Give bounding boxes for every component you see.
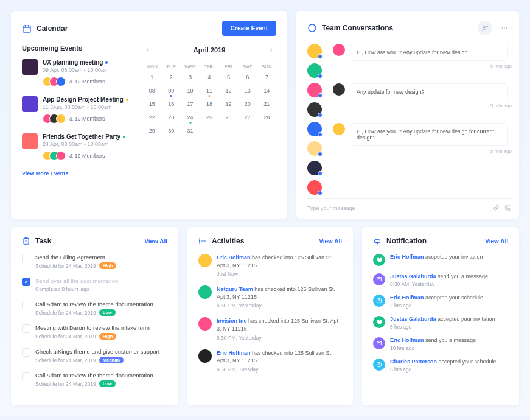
message-group: Hi, How are you..? Any update for new de… (333, 44, 512, 75)
notification-time: 2 hrs ago (390, 303, 483, 309)
event-item[interactable]: Friends Get Together Party 24 Apr, 08:00… (22, 133, 129, 161)
calendar-prev[interactable] (142, 44, 153, 55)
conversation-avatar[interactable] (307, 180, 322, 195)
dow-cell: TUE (161, 64, 180, 69)
day-cell[interactable]: 27 (238, 113, 257, 122)
upcoming-events: Upcomeing Events UX planning meeting 09 … (22, 44, 129, 177)
day-cell[interactable]: 13 (238, 86, 257, 95)
avatar (56, 77, 66, 86)
task-row: Meeting with Daron to review the intake … (22, 324, 167, 340)
day-cell[interactable]: 28 (257, 113, 276, 122)
task-view-all[interactable]: View All (144, 238, 167, 245)
day-cell[interactable]: 12 (219, 86, 238, 95)
event-item[interactable]: App Design Project Meeting 11 JApr, 08:0… (22, 96, 129, 124)
message-input[interactable] (307, 205, 487, 211)
avatar (56, 114, 66, 124)
day-cell[interactable]: 09 (161, 86, 180, 95)
notification-time: 5 hrs ago (390, 324, 495, 330)
activities-view-all[interactable]: View All (319, 238, 342, 245)
conversation-avatar[interactable] (307, 122, 322, 136)
member-count: & 12 Members (69, 153, 105, 159)
svg-point-3 (502, 27, 503, 29)
bell-icon (373, 237, 382, 245)
conversation-avatar[interactable] (307, 44, 322, 58)
conversation-avatar[interactable] (307, 141, 322, 156)
event-item[interactable]: UX planning meeting 09 Apr, 08:00am - 10… (22, 59, 129, 86)
activity-row: Netguru Team has checked into 125 Sulliv… (198, 285, 342, 309)
day-cell[interactable]: 11 (200, 86, 218, 95)
day-cell[interactable]: 1 (142, 73, 161, 82)
member-count: & 12 Members (69, 116, 105, 122)
day-cell[interactable]: 2 (161, 73, 180, 82)
notification-card: Notification View All Eric Holfman accpe… (362, 227, 519, 405)
day-cell[interactable]: 31 (181, 127, 200, 135)
day-cell[interactable]: 5 (219, 73, 238, 82)
conversation-avatar[interactable] (307, 63, 322, 78)
notification-view-all[interactable]: View All (485, 238, 508, 245)
view-more-events[interactable]: View More Events (22, 170, 129, 177)
activity-avatar (198, 254, 212, 267)
day-cell[interactable]: 17 (181, 100, 200, 108)
list-icon (198, 237, 207, 245)
attach-icon[interactable] (492, 204, 500, 212)
dow-cell: FRI (219, 64, 238, 69)
day-cell[interactable]: 15 (142, 100, 161, 108)
activity-avatar (198, 285, 212, 299)
task-title: Send over all the documentation. (35, 278, 120, 284)
conversation-avatar[interactable] (307, 83, 322, 97)
more-icon[interactable] (497, 21, 512, 35)
conversation-avatar[interactable] (307, 102, 322, 117)
task-checkbox[interactable] (22, 348, 30, 357)
conversation-thread: Hi, How are you..? Any update for new de… (333, 44, 512, 195)
day-cell[interactable]: 7 (257, 73, 276, 82)
day-cell[interactable]: 10 (181, 86, 200, 95)
dow-cell: THU (200, 64, 218, 69)
day-cell[interactable]: 4 (200, 73, 218, 82)
activities-title-text: Activities (212, 237, 244, 245)
day-cell[interactable]: 3 (181, 73, 200, 82)
dow-cell: SUN (257, 64, 276, 69)
task-checkbox[interactable] (22, 254, 30, 262)
day-cell[interactable]: 26 (219, 113, 238, 122)
conversations-title: Team Conversations (307, 23, 393, 33)
day-cell[interactable]: 29 (142, 127, 161, 135)
day-cell[interactable]: 25 (200, 113, 218, 122)
message-bubble: Hi, How are you..? Any update for new de… (350, 44, 508, 61)
conversation-avatar[interactable] (307, 161, 322, 175)
task-checkbox[interactable] (22, 324, 30, 333)
conversations-title-text: Team Conversations (322, 24, 393, 32)
task-title: Task (22, 237, 51, 245)
member-count: & 12 Members (69, 79, 105, 85)
notification-row: Eric Holfman accepted your schedule 2 hr… (373, 295, 508, 309)
image-icon[interactable] (504, 204, 512, 212)
notification-row: Eric Holfman accpeted your invitation (373, 254, 508, 266)
task-subtitle: Schedule for 24 Mar, 2019 Medium (35, 357, 159, 363)
task-checkbox[interactable] (22, 278, 30, 286)
notification-time: 5 hrs ago (390, 366, 497, 373)
create-event-button[interactable]: Create Event (222, 21, 276, 36)
task-subtitle: Schedule for 24 Mar, 2019 High (35, 262, 116, 269)
day-cell[interactable]: 19 (219, 100, 238, 108)
day-cell[interactable]: 24 (181, 113, 200, 122)
task-checkbox[interactable] (22, 301, 30, 309)
day-cell[interactable]: 22 (142, 113, 161, 122)
day-cell[interactable]: 6 (238, 73, 257, 82)
day-cell[interactable]: 08 (142, 86, 161, 95)
activity-time: 6.30 PM, Tuesday (217, 366, 342, 373)
svg-rect-0 (23, 26, 30, 32)
day-cell[interactable]: 21 (257, 100, 276, 108)
day-cell[interactable]: 14 (257, 86, 276, 95)
activities-card: Activities View All Eric Holfman has che… (187, 227, 353, 405)
notification-row: Justas Galaburda send you a message 6:30… (373, 273, 508, 287)
day-cell[interactable]: 20 (238, 100, 257, 108)
task-title: Check uiKings theme and give customer su… (35, 348, 159, 355)
task-checkbox[interactable] (22, 372, 30, 380)
day-cell[interactable]: 18 (200, 100, 218, 108)
day-cell[interactable]: 16 (161, 100, 180, 108)
day-cell[interactable]: 30 (161, 127, 180, 135)
task-title: Send the Billing Agreement (35, 254, 116, 261)
day-cell[interactable]: 23 (161, 113, 180, 122)
svg-rect-8 (24, 238, 29, 244)
add-user-button[interactable] (478, 21, 492, 35)
calendar-next[interactable] (265, 44, 276, 55)
